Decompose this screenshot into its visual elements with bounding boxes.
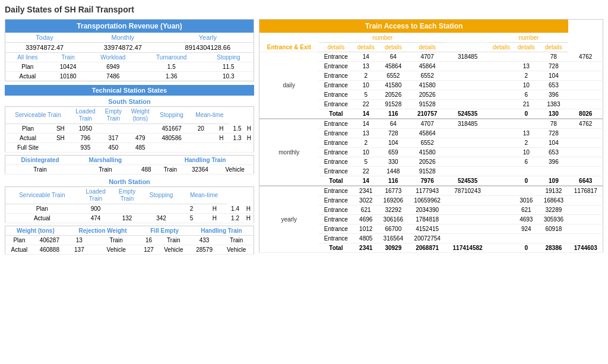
table-cell: 168643 xyxy=(539,196,568,205)
table-cell: 91528 xyxy=(408,100,446,109)
access-header: Train Access to Each Station xyxy=(259,20,569,33)
table-cell xyxy=(568,129,603,138)
north-meantime-col: Mean-time xyxy=(181,187,227,204)
train-col-label: Train xyxy=(50,53,87,62)
table-cell: 1784818 xyxy=(408,215,446,224)
table-cell xyxy=(568,71,603,81)
table-cell: 20526 xyxy=(408,90,446,100)
table-cell: 306166 xyxy=(378,215,408,224)
north-empty-col: EmptyTrain xyxy=(112,187,141,204)
table-cell xyxy=(568,138,603,148)
row-type: Entrance xyxy=(319,100,354,109)
table-cell: 924 xyxy=(514,224,539,234)
table-cell xyxy=(568,90,603,100)
row-type: Entrance xyxy=(319,81,354,90)
table-cell: 6 xyxy=(514,90,539,100)
rev-today-value: 33974872.47 xyxy=(5,43,84,53)
access-table: Train Access to Each Station Entrance & … xyxy=(259,19,603,253)
table-cell xyxy=(568,224,603,234)
table-cell xyxy=(568,215,603,224)
table-cell: 728 xyxy=(539,129,568,138)
table-cell: 1448 xyxy=(378,167,408,176)
row-type: Entrance xyxy=(319,215,354,224)
table-cell: 2341 xyxy=(353,186,378,196)
table-cell: 4152415 xyxy=(408,224,446,234)
table-cell: 4707 xyxy=(408,119,446,129)
table-cell: 13 xyxy=(353,129,378,138)
row-type: Entrance xyxy=(319,148,354,157)
table-cell: 28386 xyxy=(539,243,568,253)
south-weight-col: Weight(tons) xyxy=(126,107,154,124)
row-type: Total xyxy=(319,243,354,253)
table-cell xyxy=(514,234,539,243)
left-panel: Transportation Revenue (Yuan) Today Mont… xyxy=(5,19,254,255)
table-cell: 318485 xyxy=(446,52,489,62)
table-cell: 1176817 xyxy=(568,186,603,196)
table-cell: 14 xyxy=(353,176,378,186)
table-cell: 0 xyxy=(514,176,539,186)
rejection-weight-col: Rejection Weight xyxy=(66,226,140,236)
row-type: Entrance xyxy=(319,90,354,100)
revenue-table: Transportation Revenue (Yuan) Today Mont… xyxy=(5,19,254,81)
table-cell: 316564 xyxy=(378,234,408,243)
table-cell: 621 xyxy=(514,205,539,215)
table-cell xyxy=(514,119,539,129)
table-cell: 41580 xyxy=(408,81,446,90)
table-cell: 4805 xyxy=(353,234,378,243)
table-cell: 4707 xyxy=(408,52,446,62)
revenue-header: Transportation Revenue (Yuan) xyxy=(5,20,254,33)
table-cell: 10 xyxy=(514,148,539,157)
table-cell: 78 xyxy=(539,52,568,62)
table-cell: 41580 xyxy=(378,81,408,90)
turnaround-col-label: Turnaround xyxy=(140,53,203,62)
table-cell: 6643 xyxy=(568,176,603,186)
row-type: Entrance xyxy=(319,186,354,196)
table-cell: 45864 xyxy=(408,62,446,71)
table-cell xyxy=(568,100,603,109)
south-serv-train-col: Serviceable Train xyxy=(5,107,71,124)
table-cell: 4762 xyxy=(568,119,603,129)
table-cell: 653 xyxy=(539,81,568,90)
row-type: Entrance xyxy=(319,138,354,148)
row-type: Entrance xyxy=(319,157,354,167)
table-cell: 1177943 xyxy=(408,186,446,196)
north-loaded-col: LoadedTrain xyxy=(79,187,113,204)
table-cell: 653 xyxy=(539,148,568,157)
details-col-7: details xyxy=(539,43,568,52)
table-cell: 60918 xyxy=(539,224,568,234)
right-panel: Train Access to Each Station Entrance & … xyxy=(259,19,603,255)
table-cell: 1012 xyxy=(353,224,378,234)
table-cell: 0 xyxy=(514,243,539,253)
table-cell: 2 xyxy=(514,71,539,81)
table-cell: 91528 xyxy=(408,167,446,176)
table-cell: 130 xyxy=(539,109,568,119)
table-cell: 20072754 xyxy=(408,234,446,243)
table-cell: 19132 xyxy=(539,186,568,196)
table-cell: 6552 xyxy=(408,71,446,81)
number-label-2: number xyxy=(489,33,568,43)
row-type: Entrance xyxy=(319,129,354,138)
table-cell xyxy=(446,71,489,81)
table-cell: 32289 xyxy=(539,205,568,215)
details-col-1: details xyxy=(319,43,354,52)
table-cell: 621 xyxy=(353,205,378,215)
row-type: Entrance xyxy=(319,224,354,234)
table-cell: 8026 xyxy=(568,109,603,119)
table-cell: 32292 xyxy=(378,205,408,215)
north-station-table: Serviceable Train LoadedTrain EmptyTrain… xyxy=(5,186,254,223)
rev-monthly-label: Monthly xyxy=(84,33,162,43)
north-weight-table: Weight (tons) Rejection Weight Fill Empt… xyxy=(5,226,254,255)
table-cell: 104 xyxy=(539,71,568,81)
period-label-monthly: monthly xyxy=(259,119,319,186)
south-stopping-col: Stopping xyxy=(154,107,189,124)
table-cell xyxy=(568,81,603,90)
table-cell xyxy=(539,167,568,176)
row-type: Entrance xyxy=(319,52,354,62)
table-cell: 104 xyxy=(378,138,408,148)
rev-today-label: Today xyxy=(5,33,84,43)
table-cell: 45864 xyxy=(378,62,408,71)
table-cell: 91528 xyxy=(378,100,408,109)
table-cell: 1744603 xyxy=(568,243,603,253)
table-cell: 64 xyxy=(378,119,408,129)
tech-station-header: Technical Station States xyxy=(5,85,254,96)
